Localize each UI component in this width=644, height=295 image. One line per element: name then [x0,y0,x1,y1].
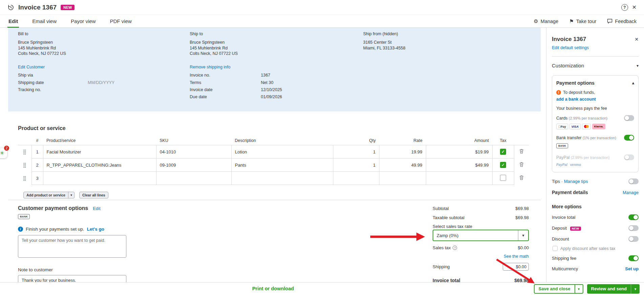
customization-section-toggle[interactable]: Customization ▾ [552,63,639,68]
row1-trash-icon[interactable] [519,149,524,154]
tips-toggle[interactable] [628,178,639,184]
tab-edit[interactable]: Edit [7,15,19,27]
row3-description-cell[interactable] [231,172,333,185]
shipping-label: Shipping [433,264,450,269]
row3-sku-cell[interactable] [156,172,231,185]
row2-rate-cell[interactable]: 49.99 [379,159,426,172]
lets-go-link[interactable]: Let's go [87,227,104,232]
venmo-logo-icon: venmo [570,163,581,167]
save-and-close-button[interactable]: Save and close ▾ [534,284,583,294]
terms-label: Terms [190,80,201,85]
payment-note-input[interactable] [18,235,126,258]
card-brands-row: Pay VISA Klarna. [556,124,634,129]
add-product-button[interactable]: Add product or service ▾ [23,192,75,198]
tab-pdf-view[interactable]: PDF view [109,15,132,27]
row2-trash-icon[interactable] [519,162,524,167]
ship-from-block: Ship from (hidden) 3165 Center St Miami,… [363,31,406,51]
take-tour-label: Take tour [576,19,597,24]
remove-shipping-link[interactable]: Remove shipping info [190,65,230,69]
discount-option-row: Discount [552,236,639,242]
ship-to-line1: 145 Muhlenbrink Rd [190,45,238,51]
shipping-fee-toggle[interactable] [628,255,639,261]
mastercard-icon [582,124,591,129]
tips-row: Tips · Manage tips [552,178,639,184]
invoice-date-field[interactable]: 12/10/2025 [261,87,282,92]
deposit-toggle[interactable] [628,225,639,231]
shipping-date-field[interactable]: MM/DD/YYYY [88,80,115,85]
row1-tax-checkbox[interactable]: ✓ [500,149,506,155]
edit-customer-link[interactable]: Edit Customer [18,65,45,69]
row2-sku-cell[interactable]: 09-1009 [156,159,231,172]
tab-payor-view[interactable]: Payor view [70,15,97,27]
col-amount: Amount [426,136,492,145]
manage-button[interactable]: ⚙ Manage [534,18,558,24]
drag-handle-icon[interactable]: ⣿ [23,175,26,181]
view-tabbar: Edit Email view Payor view PDF view ⚙ Ma… [0,15,644,28]
due-date-field[interactable]: 01/09/2026 [261,94,282,99]
sales-tax-help-icon[interactable]: ? [453,246,457,250]
multicurrency-setup-link[interactable]: Set up [625,266,639,271]
help-icon[interactable]: ? [621,4,628,11]
sidebar-close-icon[interactable]: ✕ [635,37,639,42]
manage-link[interactable]: Manage [623,190,639,195]
discount-toggle[interactable] [628,236,639,242]
row2-tax-checkbox[interactable]: ✓ [500,162,506,168]
see-the-math-link[interactable]: See the math [504,254,529,259]
drag-handle-icon[interactable]: ⣿ [23,162,26,168]
bank-transfer-toggle[interactable] [624,135,634,141]
row3-rate-cell[interactable] [379,172,426,185]
chevron-down-icon[interactable]: ▾ [68,192,74,198]
row1-qty-cell[interactable]: 1 [333,145,379,159]
row2-description-cell[interactable]: Pants [231,159,333,172]
take-tour-button[interactable]: ⚑ Take tour [569,18,596,24]
bank-chip: BANK [556,143,568,148]
row3-trash-icon[interactable] [519,175,524,180]
table-header-row: # Product/service SKU Description Qty Ra… [18,136,529,145]
history-icon[interactable] [7,4,14,11]
chevron-down-icon[interactable]: ▾ [518,230,528,240]
invoice-no-field[interactable]: 1367 [261,73,270,78]
row3-product-cell[interactable] [43,172,156,185]
setup-message: Finish your payments set up. [26,227,84,232]
tips-separator: · [561,179,563,184]
row2-qty-cell[interactable]: 1 [333,159,379,172]
tab-email-view[interactable]: Email view [31,15,58,27]
sidebar-title: Invoice 1367 [552,36,586,43]
invoice-total-toggle[interactable] [628,214,639,220]
close-icon[interactable]: ✕ [632,4,637,10]
row1-rate-cell[interactable]: 19.99 [379,145,426,159]
terms-field[interactable]: Net 30 [261,80,273,85]
assistant-widget[interactable]: ✳ 2 [0,148,7,158]
tracking-no-label: Tracking no. [18,87,41,92]
row3-qty-cell[interactable] [333,172,379,185]
warning-icon: ! [556,90,561,95]
drag-handle-icon[interactable]: ⣿ [23,149,26,154]
paypal-logo-icon: PayPal [556,163,567,167]
payment-edit-link[interactable]: Edit [93,206,100,211]
manage-tips-link[interactable]: Manage tips [564,179,588,184]
page-title: Invoice 1367 [18,4,57,11]
clear-all-lines-button[interactable]: Clear all lines [79,192,108,198]
shipping-row: Shipping [433,263,529,271]
sales-tax-rate-select[interactable]: Zamp (0%) ▾ [433,230,529,241]
review-and-send-button[interactable]: Review and send ▾ [587,284,640,294]
row1-product-cell[interactable]: Facial Mositurizer [43,145,156,159]
row1-sku-cell[interactable]: 04-1010 [156,145,231,159]
cards-toggle[interactable] [624,115,634,121]
row1-amount-cell: $19.99 [426,145,492,159]
chevron-down-icon[interactable]: ▾ [575,285,583,293]
row1-description-cell[interactable]: Lotion [231,145,333,159]
paypal-toggle[interactable] [624,154,634,160]
row3-tax-checkbox[interactable] [500,175,506,181]
discount-after-tax-checkbox[interactable] [553,246,558,251]
shipping-amount-input[interactable] [503,263,529,271]
print-or-download-link[interactable]: Print or download [0,286,546,291]
row2-product-cell[interactable]: R_TPP_APPAREL_CLOTHING:Jeans [43,159,156,172]
payment-options-section-toggle[interactable]: Payment options ▴ [556,80,634,86]
edit-default-settings-link[interactable]: Edit default settings [552,45,589,50]
product-section-title: Product or service [18,125,529,131]
chevron-down-icon[interactable]: ▾ [631,284,640,294]
cards-fee: (2.99% per transaction) [569,116,607,120]
add-bank-account-link[interactable]: add a bank account [556,97,596,102]
feedback-button[interactable]: Feedback [607,19,637,24]
